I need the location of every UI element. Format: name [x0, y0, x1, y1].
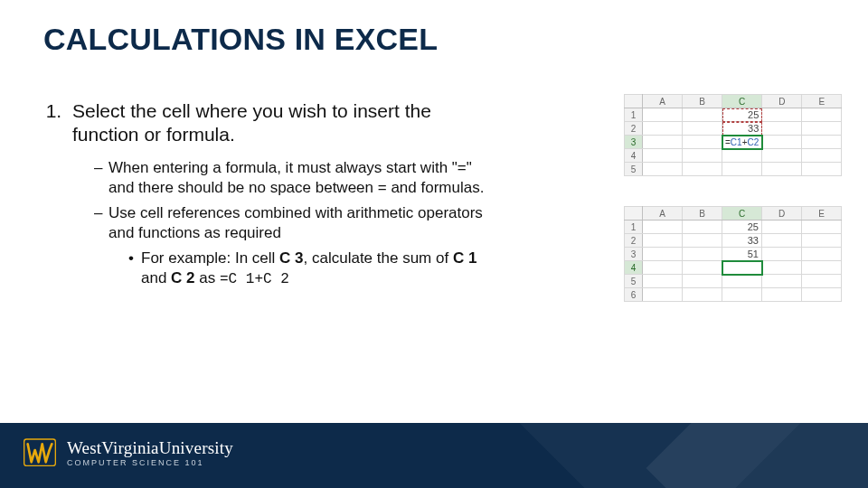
excel1-row-2: 2 — [625, 122, 643, 136]
excel2-col-a: A — [643, 207, 683, 221]
excel1-col-d: D — [762, 95, 802, 108]
footer-university: WestVirginiaUniversity — [67, 439, 233, 457]
excel2-c1: 25 — [722, 221, 762, 234]
excel1-c2: 33 — [722, 122, 762, 136]
excel1-formula-ref2: C2 — [747, 137, 759, 147]
excel1-c1: 25 — [722, 108, 762, 122]
excel2-col-c: C — [722, 207, 762, 221]
example-and: and — [141, 269, 171, 286]
example-line: For example: In cell C 3, calculate the … — [128, 249, 495, 289]
footer-course: COMPUTER SCIENCE 101 — [67, 459, 233, 467]
excel2-col-d: D — [762, 207, 802, 221]
excel1-col-a: A — [643, 95, 683, 108]
excel1-formula-ref1: C1 — [731, 137, 742, 147]
footer-band: WestVirginiaUniversity COMPUTER SCIENCE … — [0, 423, 868, 488]
excel2-row-3: 3 — [625, 248, 643, 261]
excel2-c2: 33 — [722, 234, 762, 248]
excel2-row-6: 6 — [625, 288, 643, 302]
excel1-row-5: 5 — [625, 163, 643, 176]
excel-screenshot-1: A B C D E 1 25 2 33 3 =C1+C2 — [624, 94, 850, 176]
note-equals: When entering a formula, it must always … — [94, 158, 495, 198]
example-cell-b: C 2 — [171, 269, 194, 286]
excel1-col-e: E — [802, 95, 842, 108]
example-as: as — [195, 269, 220, 286]
excel1-row-1: 1 — [625, 108, 643, 122]
excel1-row-4: 4 — [625, 149, 643, 163]
excel1-col-c: C — [722, 95, 762, 108]
wvu-logo-icon — [22, 436, 58, 472]
example-mid: , calculate the sum of — [304, 249, 453, 267]
footer-branding: WestVirginiaUniversity COMPUTER SCIENCE … — [22, 436, 233, 472]
excel2-col-b: B — [683, 207, 722, 221]
example-targetcell: C 3 — [279, 249, 303, 267]
example-prefix: For example: In cell — [141, 249, 279, 267]
excel2-corner — [625, 207, 643, 221]
excel2-row-5: 5 — [625, 275, 643, 288]
excel2-c4-selected — [722, 261, 762, 275]
example-formula: =C 1+C 2 — [220, 271, 289, 287]
excel1-row-3: 3 — [625, 136, 643, 149]
excel1-c3-selected: =C1+C2 — [722, 136, 762, 149]
note-cellrefs-text: Use cell references combined with arithm… — [108, 204, 483, 241]
excel2-c3: 51 — [722, 248, 762, 261]
excel1-corner — [625, 95, 643, 108]
note-cellrefs: Use cell references combined with arithm… — [94, 203, 495, 289]
excel2-row-2: 2 — [625, 234, 643, 248]
example-cell-a: C 1 — [453, 249, 476, 267]
slide-body: Select the cell where you wish to insert… — [43, 99, 495, 295]
excel2-col-e: E — [802, 207, 842, 221]
step-1-text: Select the cell where you wish to insert… — [72, 100, 431, 145]
excel1-col-b: B — [683, 95, 722, 108]
slide-title: CALCULATIONS IN EXCEL — [43, 22, 438, 57]
excel-screenshot-2: A B C D E 1 25 2 33 3 51 — [624, 206, 850, 302]
excel2-row-1: 1 — [625, 221, 643, 234]
step-1: Select the cell where you wish to insert… — [67, 99, 495, 289]
excel2-row-4: 4 — [625, 261, 643, 275]
